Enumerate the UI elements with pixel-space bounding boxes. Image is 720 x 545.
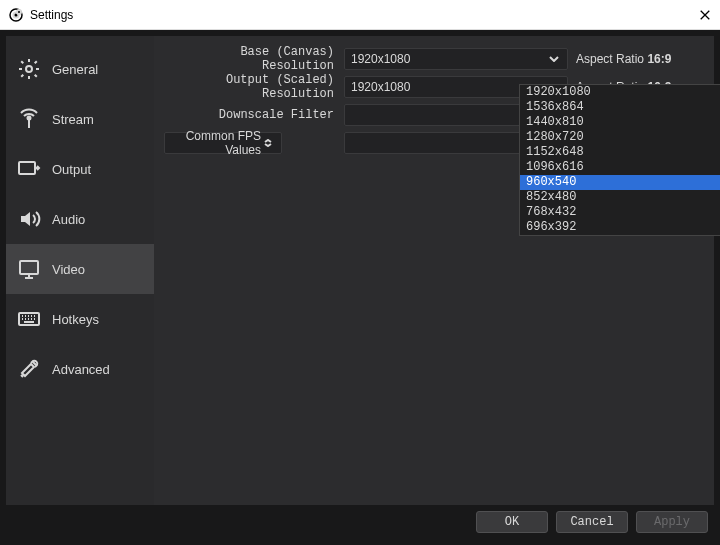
chevron-down-icon — [547, 56, 561, 62]
base-resolution-value: 1920x1080 — [351, 52, 547, 66]
dropdown-option[interactable]: 768x432 — [520, 205, 720, 220]
sidebar-item-advanced[interactable]: Advanced — [6, 344, 154, 394]
cancel-button[interactable]: Cancel — [556, 511, 628, 533]
dropdown-option[interactable]: 1152x648 — [520, 145, 720, 160]
fps-type-combo[interactable]: Common FPS Values — [164, 132, 282, 154]
sidebar-item-label: Video — [52, 262, 85, 277]
sidebar-item-label: Advanced — [52, 362, 110, 377]
app-icon — [8, 7, 24, 23]
keyboard-icon — [16, 306, 42, 332]
base-resolution-label: Base (Canvas) Resolution — [164, 45, 344, 73]
sidebar-item-label: Stream — [52, 112, 94, 127]
monitor-icon — [16, 256, 42, 282]
sidebar-item-label: General — [52, 62, 98, 77]
dropdown-option[interactable]: 960x540 — [520, 175, 720, 190]
svg-point-4 — [28, 117, 31, 120]
sidebar-item-label: Output — [52, 162, 91, 177]
dialog-footer: OK Cancel Apply — [6, 505, 714, 539]
gear-icon — [16, 56, 42, 82]
fps-label: Common FPS Values — [164, 132, 288, 154]
content-area: Base (Canvas) Resolution 1920x1080 Aspec… — [154, 36, 714, 505]
titlebar: Settings — [0, 0, 720, 30]
tools-icon — [16, 356, 42, 382]
sidebar-item-general[interactable]: General — [6, 44, 154, 94]
dropdown-option[interactable]: 1920x1080 — [520, 85, 720, 100]
window-title: Settings — [30, 8, 698, 22]
downscale-filter-label: Downscale Filter — [164, 108, 344, 122]
antenna-icon — [16, 106, 42, 132]
output-resolution-value: 1920x1080 — [351, 80, 547, 94]
resolution-dropdown[interactable]: 1920x10801536x8641440x8101280x7201152x64… — [519, 84, 720, 236]
sidebar-item-output[interactable]: Output — [6, 144, 154, 194]
sidebar-item-hotkeys[interactable]: Hotkeys — [6, 294, 154, 344]
close-icon[interactable] — [698, 8, 712, 22]
output-icon — [16, 156, 42, 182]
base-aspect-ratio: Aspect Ratio 16:9 — [576, 52, 671, 67]
sidebar-item-stream[interactable]: Stream — [6, 94, 154, 144]
apply-button: Apply — [636, 511, 708, 533]
sidebar-item-label: Audio — [52, 212, 85, 227]
svg-point-3 — [26, 66, 32, 72]
dropdown-option[interactable]: 1440x810 — [520, 115, 720, 130]
dropdown-option[interactable]: 1536x864 — [520, 100, 720, 115]
svg-rect-6 — [20, 261, 38, 274]
svg-rect-5 — [19, 162, 35, 174]
sidebar: General Stream Output Audio — [6, 36, 154, 505]
sidebar-item-audio[interactable]: Audio — [6, 194, 154, 244]
sidebar-item-video[interactable]: Video — [6, 244, 154, 294]
dropdown-option[interactable]: 696x392 — [520, 220, 720, 235]
output-resolution-label: Output (Scaled) Resolution — [164, 73, 344, 101]
dropdown-option[interactable]: 1096x616 — [520, 160, 720, 175]
sidebar-item-label: Hotkeys — [52, 312, 99, 327]
speaker-icon — [16, 206, 42, 232]
dropdown-option[interactable]: 852x480 — [520, 190, 720, 205]
svg-point-2 — [17, 10, 21, 14]
dropdown-option[interactable]: 1280x720 — [520, 130, 720, 145]
spin-arrows-icon — [261, 139, 275, 147]
base-resolution-combo[interactable]: 1920x1080 — [344, 48, 568, 70]
ok-button[interactable]: OK — [476, 511, 548, 533]
